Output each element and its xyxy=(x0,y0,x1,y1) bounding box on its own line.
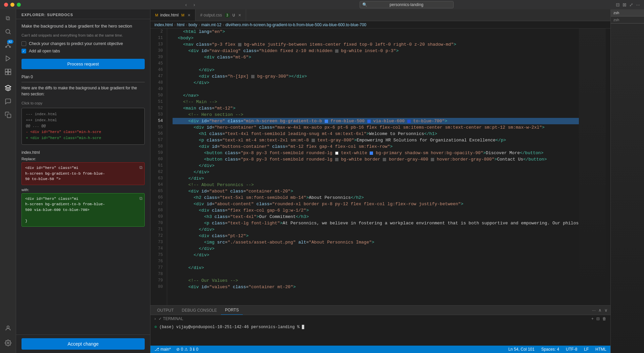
zsh-tab-1[interactable]: zsh xyxy=(611,9,644,16)
code-line-71: </div> xyxy=(173,226,579,233)
settings-icon[interactable] xyxy=(2,337,14,349)
global-search-input[interactable] xyxy=(360,1,454,8)
superdocs-icon[interactable] xyxy=(2,82,14,94)
panel-actions: ··· ∧ ∨ xyxy=(592,308,608,313)
svg-point-0 xyxy=(6,29,10,33)
file-label: index.html xyxy=(21,150,145,155)
debug-console-tab[interactable]: DEBUG CONSOLE xyxy=(178,306,221,315)
navigation-buttons: ‹ › xyxy=(183,1,197,8)
encoding-status[interactable]: UTF-8 xyxy=(564,346,579,353)
run-icon[interactable] xyxy=(2,52,14,64)
code-content[interactable]: 2 11 13 30 39 45 46 47 48 49 50 51 52 53… xyxy=(150,29,610,305)
breadcrumb-main[interactable]: main.mt-12 xyxy=(201,23,221,27)
code-lines: <html lang="en"> <body> <nav class="p-3 … xyxy=(167,29,579,305)
panel-more-icon[interactable]: ··· xyxy=(592,308,596,313)
svg-point-15 xyxy=(7,342,9,344)
maximize-window-button[interactable] xyxy=(17,3,21,7)
breadcrumb-index-html[interactable]: index.html xyxy=(154,23,173,27)
code-line-73: <img src="./assets/asset-about.png" alt=… xyxy=(173,239,579,246)
error-icon: ⊘ xyxy=(176,347,180,352)
index-html-tab[interactable]: M index.html M × xyxy=(150,9,195,21)
scrollbar-track[interactable] xyxy=(606,29,610,305)
replace-label: Replace: xyxy=(21,157,145,161)
branch-status[interactable]: ⎇ main* xyxy=(153,346,172,353)
accept-change-button[interactable]: Accept change xyxy=(21,338,145,350)
panel-up-icon[interactable]: ∧ xyxy=(598,308,602,313)
predict-checkbox[interactable] xyxy=(21,41,26,46)
modified-indicator: M xyxy=(181,13,184,17)
close-output-css-tab[interactable]: × xyxy=(238,13,241,17)
errors-status[interactable]: ⊘ 0 ⚠ 3 ℹ 0 xyxy=(175,346,200,353)
chat-icon[interactable] xyxy=(2,95,14,107)
line-ending-status[interactable]: LF xyxy=(583,346,590,353)
minimap xyxy=(579,29,606,305)
diff-add-line: + <div id="hero" class="min-h-scre xyxy=(26,136,101,140)
close-index-html-tab[interactable]: × xyxy=(188,13,190,17)
layout-icon[interactable]: ⊠ xyxy=(623,2,627,7)
diff-box[interactable]: --- index.html +++ index.html @@ ... @@ … xyxy=(21,108,145,145)
activity-bottom xyxy=(2,322,14,353)
language-status[interactable]: HTML xyxy=(594,346,608,353)
spaces-status[interactable]: Spaces: 4 xyxy=(540,346,560,353)
code-line-48: </div> xyxy=(173,80,579,86)
tabs-checkbox[interactable]: ✓ xyxy=(21,49,26,53)
diff-line1: --- index.html xyxy=(26,112,57,116)
window-controls xyxy=(4,3,21,7)
account-icon[interactable] xyxy=(2,322,14,334)
code-line-76 xyxy=(173,258,579,265)
diff-line2: +++ index.html xyxy=(26,118,57,122)
search-icon[interactable] xyxy=(2,26,14,38)
titlebar: ‹ › 🔍 ⊟ ⊠ ⤢ ··· xyxy=(0,0,644,9)
replace-copy-icon[interactable]: ⧉ xyxy=(139,165,142,171)
code-line-56: <h1 class="text-4xl font-semibold leadin… xyxy=(173,131,579,137)
terminal-trash-icon[interactable]: 🗑 xyxy=(602,316,606,321)
code-line-68: <div class="flex flex-col gap-6 lg:w-1/2… xyxy=(173,207,579,214)
sidebar-header: Explorer: SuperDocs xyxy=(16,9,150,19)
panel-down-icon[interactable]: ∨ xyxy=(604,308,608,313)
forward-button[interactable]: › xyxy=(191,1,197,8)
code-line-46: </div> xyxy=(173,67,579,73)
code-line-78 xyxy=(173,271,579,277)
terminal-expand-icon[interactable]: › xyxy=(154,316,156,321)
breadcrumb-html[interactable]: html xyxy=(177,23,185,27)
back-button[interactable]: ‹ xyxy=(183,1,189,8)
terminal-command-text: (base) vijay@vpnduopool-10-251-142-46 pe… xyxy=(159,325,300,329)
terminal-add-icon[interactable]: + xyxy=(591,316,594,321)
status-right: Ln 54, Col 101 Spaces: 4 UTF-8 LF HTML xyxy=(507,346,608,353)
svg-point-3 xyxy=(5,46,6,47)
terminal-content: ⊙ (base) vijay@vpnduopool-10-251-142-46 … xyxy=(150,322,610,346)
svg-point-4 xyxy=(9,46,10,47)
terminal-header: › ✓ TERMINAL + ⊟ 🗑 xyxy=(150,315,610,322)
svg-rect-13 xyxy=(7,114,11,118)
ports-tab[interactable]: PORTS xyxy=(221,306,243,315)
copy-icon[interactable] xyxy=(2,109,14,121)
output-tab[interactable]: OUTPUT xyxy=(153,306,178,315)
terminal-split-icon[interactable]: ⊟ xyxy=(596,316,600,321)
explorer-icon[interactable]: ⧉ xyxy=(2,12,14,24)
close-window-button[interactable] xyxy=(4,3,8,7)
svg-line-7 xyxy=(8,45,10,46)
svg-rect-9 xyxy=(5,69,8,72)
breadcrumb-body[interactable]: body xyxy=(188,23,197,27)
split-editor-icon[interactable]: ⊟ xyxy=(616,2,620,7)
minimize-window-button[interactable] xyxy=(10,3,14,7)
code-line-57: <p class="text-xl mt-4 sm:text-2xl sm:mt… xyxy=(173,137,579,143)
with-copy-icon[interactable]: ⧉ xyxy=(139,195,142,202)
breadcrumb-hero[interactable]: div#hero.min-h-screen.bg-gradient-to-b.f… xyxy=(225,23,366,27)
titlebar-actions: ⊟ ⊠ ⤢ ··· xyxy=(616,2,640,7)
cursor-position[interactable]: Ln 54, Col 101 xyxy=(507,346,536,353)
zsh-tab-2[interactable]: zsh xyxy=(611,16,644,24)
source-control-icon[interactable]: 82 xyxy=(2,39,14,51)
tab-bar: M index.html M × # output.css 3 U × xyxy=(150,9,610,21)
code-line-64: <!-- About Personnics --> xyxy=(173,182,579,188)
sidebar-footer: Accept change xyxy=(16,335,150,353)
code-line-60: <button class="px-8 py-3 font-semibold r… xyxy=(173,156,579,163)
code-line-53: <!-- Hero section --> xyxy=(173,112,579,118)
output-css-tab[interactable]: # output.css 3 U × xyxy=(195,9,246,21)
error-count: 0 xyxy=(181,347,183,352)
right-panel-mini xyxy=(611,24,644,353)
process-request-button[interactable]: Process request xyxy=(21,59,145,69)
fullscreen-icon[interactable]: ⤢ xyxy=(629,2,633,7)
extensions-icon[interactable] xyxy=(2,66,14,78)
more-icon[interactable]: ··· xyxy=(636,2,640,7)
